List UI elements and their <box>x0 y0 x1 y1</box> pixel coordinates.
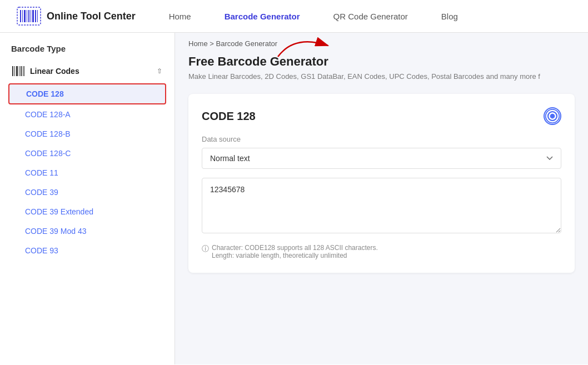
sidebar-item-code128[interactable]: CODE 128 <box>8 83 166 104</box>
data-source-select[interactable]: Normal text Hexadecimal <box>202 148 561 169</box>
breadcrumb-home[interactable]: Home <box>188 39 208 48</box>
header: Online Tool Center Home Barcode Generato… <box>0 0 588 33</box>
svg-point-21 <box>551 115 554 117</box>
svg-point-18 <box>546 109 560 123</box>
sidebar-item-code128c[interactable]: CODE 128-C <box>8 144 166 163</box>
sidebar-item-code39[interactable]: CODE 39 <box>8 183 166 202</box>
svg-rect-6 <box>31 10 31 22</box>
sidebar-items: CODE 128 CODE 128-A CODE 128-B CODE 128-… <box>6 81 169 263</box>
sidebar-item-code39-mod43[interactable]: CODE 39 Mod 43 <box>8 222 166 241</box>
svg-rect-2 <box>22 10 23 22</box>
page-title: Free Barcode Generator <box>188 54 575 69</box>
svg-rect-15 <box>21 66 22 76</box>
svg-rect-12 <box>14 66 15 76</box>
info-line1: Character: CODE128 supports all 128 ASCI… <box>212 244 378 252</box>
svg-rect-8 <box>35 10 36 22</box>
info-icon: ⓘ <box>202 244 209 254</box>
nav-qr-code-generator[interactable]: QR Code Generator <box>333 12 408 21</box>
barcode-section-icon <box>12 66 24 76</box>
logo-area: Online Tool Center <box>17 7 136 26</box>
data-source-label: Data source <box>202 135 561 143</box>
sidebar-section-header-left: Linear Codes <box>12 66 79 76</box>
content-main: Free Barcode Generator Make Linear Barco… <box>175 54 588 286</box>
svg-rect-7 <box>32 10 34 22</box>
card-header: CODE 128 <box>202 107 561 125</box>
chevron-up-icon: ⇧ <box>157 67 162 75</box>
svg-rect-4 <box>27 10 27 22</box>
svg-rect-3 <box>24 10 26 22</box>
svg-rect-14 <box>19 66 19 76</box>
sidebar-item-code128b[interactable]: CODE 128-B <box>8 124 166 143</box>
sidebar-item-code128a[interactable]: CODE 128-A <box>8 105 166 124</box>
barcode-data-input[interactable]: 12345678 <box>202 178 561 233</box>
nav-barcode-generator[interactable]: Barcode Generator <box>225 12 300 21</box>
breadcrumb-current: Barcode Generator <box>216 39 278 48</box>
svg-point-20 <box>551 114 555 118</box>
sidebar-item-code39-extended[interactable]: CODE 39 Extended <box>8 202 166 221</box>
nav-home[interactable]: Home <box>169 12 191 21</box>
sidebar: Barcode Type Line <box>0 33 175 364</box>
target-svg <box>545 107 560 125</box>
main-layout: Barcode Type Line <box>0 33 588 364</box>
svg-rect-5 <box>28 10 29 22</box>
barcode-card: CODE 128 Data source <box>188 94 575 273</box>
svg-point-19 <box>548 112 557 121</box>
sidebar-item-code93[interactable]: CODE 93 <box>8 241 166 260</box>
textarea-group: 12345678 <box>202 178 561 235</box>
svg-rect-16 <box>23 66 23 76</box>
nav-blog[interactable]: Blog <box>441 12 458 21</box>
data-source-group: Data source Normal text Hexadecimal <box>202 135 561 169</box>
page-subtitle: Make Linear Barcodes, 2D Codes, GS1 Data… <box>188 72 575 81</box>
svg-rect-17 <box>24 66 24 76</box>
breadcrumb-separator: > <box>210 39 214 48</box>
sidebar-section-label: Linear Codes <box>30 67 79 76</box>
svg-rect-1 <box>20 10 21 22</box>
main-nav: Home Barcode Generator QR Code Generator… <box>169 12 571 21</box>
sidebar-title: Barcode Type <box>0 44 175 62</box>
logo-icon <box>17 7 41 26</box>
logo-text: Online Tool Center <box>47 11 136 22</box>
sidebar-item-code11[interactable]: CODE 11 <box>8 163 166 182</box>
target-icon[interactable] <box>544 107 561 125</box>
card-title: CODE 128 <box>202 110 256 123</box>
info-content: Character: CODE128 supports all 128 ASCI… <box>212 244 378 259</box>
breadcrumb: Home > Barcode Generator <box>175 33 588 54</box>
sidebar-section: Linear Codes ⇧ CODE 128 CODE 128-A CODE … <box>0 62 175 263</box>
content-area: Home > Barcode Generator Free Barcode Ge… <box>175 33 588 364</box>
sidebar-section-header[interactable]: Linear Codes ⇧ <box>6 62 169 81</box>
svg-rect-11 <box>12 66 13 76</box>
svg-rect-9 <box>37 10 38 22</box>
svg-rect-13 <box>16 66 18 76</box>
info-text: ⓘ Character: CODE128 supports all 128 AS… <box>202 244 561 259</box>
info-line2: Length: variable length, theoretically u… <box>212 252 347 259</box>
